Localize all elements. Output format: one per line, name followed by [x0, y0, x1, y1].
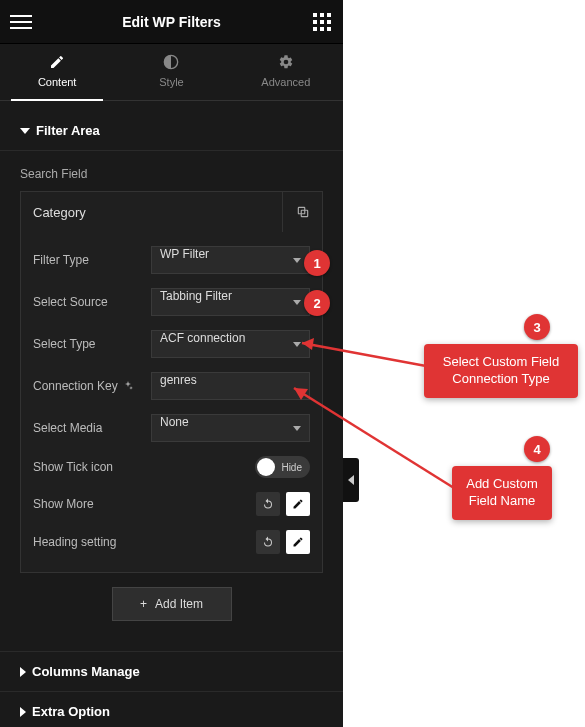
row-show-more: Show More [33, 492, 310, 516]
label-select-type: Select Type [33, 337, 141, 351]
select-select-type[interactable]: ACF connection [151, 330, 310, 358]
tab-style[interactable]: Style [114, 44, 228, 100]
tab-label: Content [38, 76, 77, 88]
tab-label: Advanced [261, 76, 310, 88]
badge-4: 4 [524, 436, 550, 462]
card-body: Filter Type WP Filter Select Source Tabb… [21, 232, 322, 572]
tab-advanced[interactable]: Advanced [229, 44, 343, 100]
topbar: Edit WP Filters [0, 0, 343, 44]
panel-title: Edit WP Filters [122, 14, 221, 30]
row-connection-key: Connection Key genres [33, 372, 310, 400]
card-title: Category [21, 205, 282, 220]
plus-icon: + [140, 597, 147, 611]
label-select-media: Select Media [33, 421, 141, 435]
label-filter-type: Filter Type [33, 253, 141, 267]
chevron-right-icon [20, 707, 26, 717]
chevron-down-icon [20, 128, 30, 134]
apps-icon[interactable] [311, 11, 333, 33]
tab-label: Style [159, 76, 183, 88]
toggle-knob [257, 458, 275, 476]
contrast-icon [163, 54, 179, 70]
reset-button[interactable] [256, 530, 280, 554]
section-title: Extra Option [32, 704, 110, 719]
add-item-button[interactable]: + Add Item [112, 587, 232, 621]
add-item-label: Add Item [155, 597, 203, 611]
badge-3: 3 [524, 314, 550, 340]
tabs: Content Style Advanced [0, 44, 343, 101]
undo-icon [262, 536, 274, 548]
row-select-source: Select Source Tabbing Filter [33, 288, 310, 316]
label-select-source: Select Source [33, 295, 141, 309]
pencil-icon [49, 54, 65, 70]
section-head-columns-manage[interactable]: Columns Manage [20, 664, 323, 679]
tab-content[interactable]: Content [0, 44, 114, 100]
hamburger-icon[interactable] [10, 11, 32, 33]
callout-3: Select Custom Field Connection Type [424, 344, 578, 398]
duplicate-button[interactable] [282, 192, 322, 232]
row-select-type: Select Type ACF connection [33, 330, 310, 358]
section-columns-manage: Columns Manage [0, 651, 343, 692]
edit-button[interactable] [286, 530, 310, 554]
input-connection-key[interactable]: genres [151, 372, 310, 400]
section-title: Columns Manage [32, 664, 140, 679]
label-show-more: Show More [33, 497, 94, 511]
pencil-icon [292, 498, 304, 510]
card-head[interactable]: Category [21, 192, 322, 232]
row-select-media: Select Media None [33, 414, 310, 442]
section-filter-area: Filter Area [0, 111, 343, 151]
section-head-filter-area[interactable]: Filter Area [20, 123, 323, 138]
toggle-text: Hide [279, 462, 308, 473]
dynamic-icon [122, 380, 134, 392]
panel-content: Filter Area Search Field Category Filter… [0, 101, 343, 727]
search-field-label: Search Field [0, 151, 343, 191]
section-extra-option: Extra Option [0, 692, 343, 727]
collapse-handle[interactable] [343, 458, 359, 502]
label-heading-setting: Heading setting [33, 535, 116, 549]
select-filter-type[interactable]: WP Filter [151, 246, 310, 274]
row-filter-type: Filter Type WP Filter [33, 246, 310, 274]
pencil-icon [292, 536, 304, 548]
label-connection-key: Connection Key [33, 379, 141, 393]
row-heading-setting: Heading setting [33, 530, 310, 554]
section-title: Filter Area [36, 123, 100, 138]
gear-icon [278, 54, 294, 70]
select-select-source[interactable]: Tabbing Filter [151, 288, 310, 316]
reset-button[interactable] [256, 492, 280, 516]
edit-button[interactable] [286, 492, 310, 516]
toggle-show-tick[interactable]: Hide [255, 456, 310, 478]
undo-icon [262, 498, 274, 510]
copy-icon [296, 205, 310, 219]
section-head-extra-option[interactable]: Extra Option [20, 704, 323, 719]
filter-card: Category Filter Type WP Filter Select So… [20, 191, 323, 573]
row-show-tick: Show Tick icon Hide [33, 456, 310, 478]
label-show-tick: Show Tick icon [33, 460, 113, 474]
callout-4: Add Custom Field Name [452, 466, 552, 520]
editor-panel: Edit WP Filters Content Style Advanced F… [0, 0, 343, 727]
chevron-right-icon [20, 667, 26, 677]
select-select-media[interactable]: None [151, 414, 310, 442]
